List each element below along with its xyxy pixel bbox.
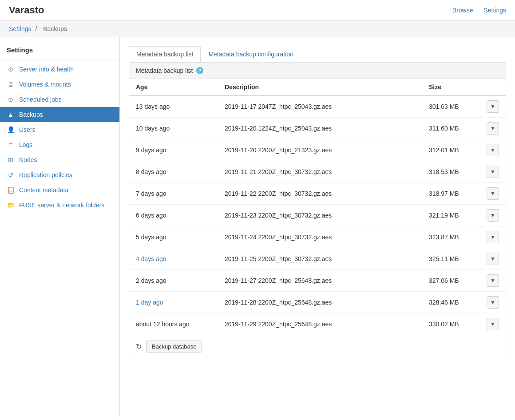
card-title: Metadata backup list xyxy=(136,67,193,74)
cell-age-10: about 12 hours ago xyxy=(129,313,218,335)
sidebar-item-label-content-metadata: Content metadata xyxy=(19,186,68,194)
sidebar-item-nodes[interactable]: ⊞Nodes xyxy=(0,152,119,167)
sidebar-item-logs[interactable]: ≡Logs xyxy=(0,137,119,152)
cell-size-2: 312.01 MB xyxy=(422,139,480,161)
brand: Varasto xyxy=(9,4,44,16)
cell-description-3: 2019-11-21 2200Z_htpc_30732.gz.aes xyxy=(218,161,422,183)
sidebar-item-label-fuse: FUSE server & network folders xyxy=(19,202,104,209)
sidebar: Settings ⊙Server info & health🖥Volumes &… xyxy=(0,37,120,417)
settings-link[interactable]: Settings xyxy=(483,7,506,14)
sidebar-item-content-metadata[interactable]: 📋Content metadata xyxy=(0,182,119,198)
card-header: Metadata backup list ? xyxy=(129,63,506,79)
cell-action-2: ▼ xyxy=(480,139,506,161)
replication-icon: ↺ xyxy=(7,171,15,178)
sidebar-item-label-users: Users xyxy=(19,126,36,133)
table-row: 7 days ago2019-11-22 2200Z_htpc_30732.gz… xyxy=(129,183,506,205)
cell-description-5: 2019-11-23 2200Z_htpc_30732.gz.aes xyxy=(218,205,422,226)
card-footer: ↻ Backup database xyxy=(129,335,506,358)
cell-size-0: 301.63 MB xyxy=(422,95,480,118)
sidebar-item-label-volumes: Volumes & mounts xyxy=(19,81,71,88)
cell-description-8: 2019-11-27 2200Z_htpc_25648.gz.aes xyxy=(218,270,422,292)
table-row: 10 days ago2019-11-20 1224Z_htpc_25043.g… xyxy=(129,118,506,139)
cell-description-2: 2019-11-20 2200Z_htpc_21323.gz.aes xyxy=(218,139,422,161)
col-header-description: Description xyxy=(218,79,422,95)
download-button-9[interactable]: ▼ xyxy=(487,296,499,309)
download-button-4[interactable]: ▼ xyxy=(487,187,499,200)
nodes-icon: ⊞ xyxy=(7,156,15,163)
cell-size-9: 328.46 MB xyxy=(422,292,480,313)
refresh-icon[interactable]: ↻ xyxy=(136,342,142,351)
cell-size-3: 318.53 MB xyxy=(422,161,480,183)
cell-age-5: 6 days ago xyxy=(129,205,218,226)
top-nav: Varasto Browse Settings xyxy=(0,0,515,21)
download-button-3[interactable]: ▼ xyxy=(487,166,499,178)
main-content: Metadata backup list Metadata backup con… xyxy=(120,37,515,417)
cell-size-6: 323.87 MB xyxy=(422,226,480,248)
cell-age-1: 10 days ago xyxy=(129,118,218,139)
sidebar-item-replication[interactable]: ↺Replication policies xyxy=(0,167,119,182)
backup-table: Age Description Size 13 days ago2019-11-… xyxy=(129,79,506,335)
logs-icon: ≡ xyxy=(7,141,15,148)
table-header-row: Age Description Size xyxy=(129,79,506,95)
cell-description-7: 2019-11-25 2200Z_htpc_30732.gz.aes xyxy=(218,248,422,270)
table-row: 1 day ago2019-11-28 2200Z_htpc_25648.gz.… xyxy=(129,292,506,313)
download-button-8[interactable]: ▼ xyxy=(487,274,499,287)
cell-description-9: 2019-11-28 2200Z_htpc_25648.gz.aes xyxy=(218,292,422,313)
table-row: 8 days ago2019-11-21 2200Z_htpc_30732.gz… xyxy=(129,161,506,183)
cell-action-8: ▼ xyxy=(480,270,506,292)
breadcrumb-parent[interactable]: Settings xyxy=(9,25,32,32)
nav-links: Browse Settings xyxy=(444,7,506,14)
table-row: 5 days ago2019-11-24 2200Z_htpc_30732.gz… xyxy=(129,226,506,248)
cell-description-4: 2019-11-22 2200Z_htpc_30732.gz.aes xyxy=(218,183,422,205)
cell-age-6: 5 days ago xyxy=(129,226,218,248)
sidebar-item-label-logs: Logs xyxy=(19,141,32,148)
sidebar-item-users[interactable]: 👤Users xyxy=(0,122,119,137)
sidebar-item-backups[interactable]: ▲Backups xyxy=(0,107,119,122)
breadcrumb-current: Backups xyxy=(43,25,67,32)
content-metadata-icon: 📋 xyxy=(7,186,15,194)
fuse-icon: 📁 xyxy=(7,202,15,209)
sidebar-item-fuse[interactable]: 📁FUSE server & network folders xyxy=(0,198,119,213)
breadcrumb: Settings / Backups xyxy=(0,21,515,37)
sidebar-item-label-nodes: Nodes xyxy=(19,156,37,163)
sidebar-title: Settings xyxy=(0,42,119,59)
download-button-1[interactable]: ▼ xyxy=(487,122,499,135)
col-header-size: Size xyxy=(422,79,480,95)
table-row: 13 days ago2019-11-17 2047Z_htpc_25043.g… xyxy=(129,95,506,118)
cell-size-7: 325.11 MB xyxy=(422,248,480,270)
cell-size-5: 321.19 MB xyxy=(422,205,480,226)
cell-size-8: 327.06 MB xyxy=(422,270,480,292)
download-button-0[interactable]: ▼ xyxy=(487,100,499,113)
sidebar-item-scheduled-jobs[interactable]: ⊙Scheduled jobs xyxy=(0,92,119,107)
browse-link[interactable]: Browse xyxy=(452,7,473,14)
download-button-5[interactable]: ▼ xyxy=(487,209,499,222)
sidebar-item-server-info[interactable]: ⊙Server info & health xyxy=(0,62,119,77)
cell-age-0: 13 days ago xyxy=(129,95,218,118)
cell-age-3: 8 days ago xyxy=(129,161,218,183)
help-icon[interactable]: ? xyxy=(196,67,203,74)
tab-backup-config[interactable]: Metadata backup configuration xyxy=(201,46,301,62)
download-button-7[interactable]: ▼ xyxy=(487,253,499,265)
cell-size-1: 311.60 MB xyxy=(422,118,480,139)
backup-card: Metadata backup list ? Age Description S… xyxy=(129,62,506,358)
table-row: 4 days ago2019-11-25 2200Z_htpc_30732.gz… xyxy=(129,248,506,270)
backups-icon: ▲ xyxy=(7,111,15,118)
cell-size-4: 318.97 MB xyxy=(422,183,480,205)
col-header-age: Age xyxy=(129,79,218,95)
cell-action-1: ▼ xyxy=(480,118,506,139)
sidebar-item-volumes[interactable]: 🖥Volumes & mounts xyxy=(0,77,119,92)
backup-database-button[interactable]: Backup database xyxy=(146,341,202,353)
download-button-10[interactable]: ▼ xyxy=(487,318,499,330)
table-row: 2 days ago2019-11-27 2200Z_htpc_25648.gz… xyxy=(129,270,506,292)
cell-size-10: 330.02 MB xyxy=(422,313,480,335)
cell-description-1: 2019-11-20 1224Z_htpc_25043.gz.aes xyxy=(218,118,422,139)
cell-age-8: 2 days ago xyxy=(129,270,218,292)
sidebar-item-label-backups: Backups xyxy=(19,111,43,118)
cell-age-9: 1 day ago xyxy=(129,292,218,313)
users-icon: 👤 xyxy=(7,126,15,133)
cell-action-3: ▼ xyxy=(480,161,506,183)
download-button-6[interactable]: ▼ xyxy=(487,231,499,243)
download-button-2[interactable]: ▼ xyxy=(487,144,499,156)
breadcrumb-separator: / xyxy=(35,25,37,32)
tab-backup-list[interactable]: Metadata backup list xyxy=(129,46,201,62)
